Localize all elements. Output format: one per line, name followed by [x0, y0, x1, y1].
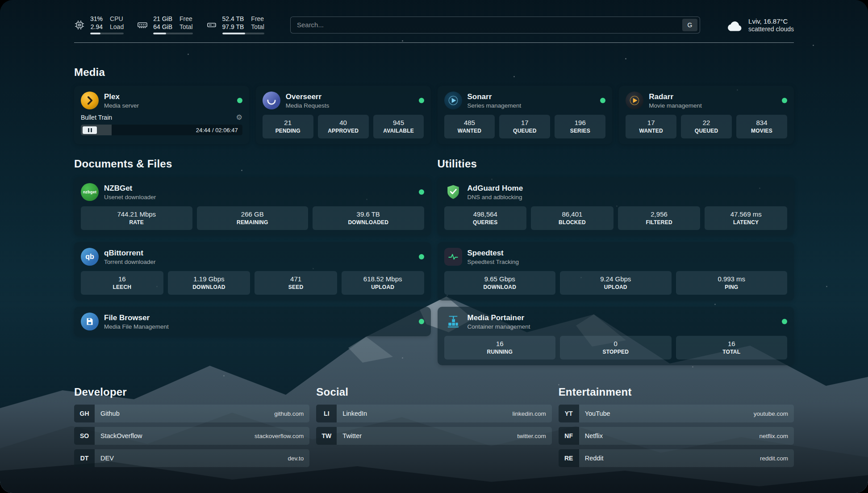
service-card-radarr[interactable]: Radarr Movie management 17 WANTED 22 QUE… [619, 86, 794, 144]
stat-value: 485 [447, 119, 492, 127]
now-playing-title: Bullet Train [81, 114, 112, 121]
stat-tile: 16 LEECH [81, 271, 163, 295]
stat-tile: 834 MOVIES [736, 115, 787, 138]
service-name: Plex [104, 92, 139, 101]
bookmark-url: reddit.com [760, 455, 788, 462]
stat-tile: 196 SERIES [555, 115, 605, 138]
bookmark-linkedin[interactable]: LI LinkedIn linkedin.com [316, 405, 551, 422]
stat-tile: 16 TOTAL [676, 336, 788, 359]
stat-tile: 40 APPROVED [318, 115, 369, 138]
bookmark-url: netflix.com [759, 433, 788, 439]
section-documents: Documents & Files nzbget NZBGet Usenet d… [74, 158, 431, 336]
memory-icon [137, 20, 148, 30]
service-name: AdGuard Home [467, 184, 523, 193]
search-input[interactable] [297, 21, 682, 29]
service-subtitle: Series management [467, 102, 522, 109]
service-card-speedtest[interactable]: Speedtest Speedtest Tracking 9.65 Gbps D… [438, 242, 794, 301]
memory-progress-track [153, 33, 192, 34]
stat-value: 9.24 Gbps [563, 275, 669, 283]
stat-value: 618.52 Mbps [344, 275, 421, 283]
bookmark-reddit[interactable]: RE Reddit reddit.com [559, 449, 794, 467]
section-utilities: Utilities [438, 158, 794, 365]
stat-value: 2,956 [621, 210, 698, 218]
service-subtitle: DNS and adblocking [467, 194, 523, 201]
stat-tile: 17 WANTED [626, 115, 676, 138]
status-dot [237, 98, 242, 103]
disk-label-top: Free [251, 15, 264, 23]
service-name: Speedtest [467, 248, 519, 258]
stat-value: 498,564 [447, 210, 524, 218]
search-box[interactable]: G [290, 17, 700, 33]
service-card-filebrowser[interactable]: File Browser Media File Management [74, 307, 431, 336]
service-subtitle: Usenet downloader [104, 194, 156, 201]
bookmark-abbr: LI [316, 405, 337, 422]
filebrowser-icon [81, 313, 99, 330]
service-name: Radarr [649, 92, 702, 101]
pause-button[interactable] [83, 126, 97, 134]
service-card-nzbget[interactable]: nzbget NZBGet Usenet downloader 744.21 M… [74, 177, 431, 236]
stat-tile: 2,956 FILTERED [618, 206, 701, 230]
weather-widget: Lviv, 16.87°C scattered clouds [726, 17, 794, 33]
stat-tile: 744.21 Mbps RATE [81, 206, 192, 230]
stat-value: 16 [83, 275, 161, 283]
stat-tile: 86,401 BLOCKED [531, 206, 613, 230]
stat-label: APPROVED [321, 128, 366, 134]
stat-label: LATENCY [707, 219, 785, 226]
bookmark-name: StackOverflow [100, 432, 142, 439]
stat-tile: 498,564 QUERIES [444, 206, 527, 230]
status-dot [419, 189, 424, 195]
stat-value: 196 [557, 119, 603, 127]
stat-label: PENDING [265, 128, 311, 134]
search-engine-button[interactable]: G [682, 19, 697, 31]
bookmark-url: stackoverflow.com [255, 433, 304, 439]
service-card-sonarr[interactable]: Sonarr Series management 485 WANTED 17 Q… [438, 86, 613, 144]
bookmark-url: linkedin.com [513, 410, 546, 417]
stat-value: 834 [739, 119, 785, 127]
bookmark-stackoverflow[interactable]: SO StackOverflow stackoverflow.com [74, 427, 309, 445]
stat-label: DOWNLOADED [315, 219, 421, 226]
stat-value: 47.569 ms [707, 210, 785, 218]
service-name: Sonarr [467, 92, 522, 101]
status-dot [600, 98, 605, 103]
service-card-portainer[interactable]: Media Portainer Container management 16 … [438, 307, 794, 365]
section-title-developer: Developer [74, 386, 309, 398]
stat-label: PING [679, 284, 785, 291]
stat-value: 471 [257, 275, 334, 283]
stat-label: UPLOAD [344, 284, 421, 291]
status-dot [419, 319, 424, 324]
cpu-percent: 31% [90, 15, 103, 23]
stat-value: 266 GB [200, 210, 306, 218]
bookmark-youtube[interactable]: YT YouTube youtube.com [559, 405, 794, 422]
stat-label: DOWNLOAD [171, 284, 248, 291]
service-card-adguard[interactable]: AdGuard Home DNS and adblocking 498,564 … [438, 177, 794, 236]
bookmark-name: LinkedIn [342, 410, 367, 417]
cpu-widget: 31% CPU 2.94 Load [74, 15, 124, 34]
bookmark-abbr: DT [74, 449, 95, 467]
nzbget-icon: nzbget [81, 183, 99, 201]
cpu-progress-track [90, 33, 124, 34]
playback-progress-bar[interactable]: 24:44 / 02:06:47 [81, 125, 242, 135]
service-card-plex[interactable]: Plex Media server Bullet Train ⚙ [74, 86, 249, 144]
stat-tile: 471 SEED [255, 271, 337, 295]
bookmark-twitter[interactable]: TW Twitter twitter.com [316, 427, 551, 445]
disk-progress-track [222, 33, 264, 34]
bookmark-github[interactable]: GH Github github.com [74, 405, 309, 422]
gear-icon[interactable]: ⚙ [236, 114, 242, 121]
bookmark-abbr: GH [74, 405, 95, 422]
stat-tile: 618.52 Mbps UPLOAD [342, 271, 424, 295]
stat-label: BLOCKED [534, 219, 611, 226]
stat-value: 0.993 ms [679, 275, 785, 283]
service-card-overseerr[interactable]: Overseerr Media Requests 21 PENDING 40 A… [256, 86, 431, 144]
bookmark-dev[interactable]: DT DEV dev.to [74, 449, 309, 467]
bookmark-url: youtube.com [754, 410, 788, 417]
cpu-label-bottom: Load [110, 23, 124, 31]
stat-tile: 0.993 ms PING [676, 271, 788, 295]
stat-label: QUERIES [447, 219, 524, 226]
bookmark-netflix[interactable]: NF Netflix netflix.com [559, 427, 794, 445]
stat-tile: 485 WANTED [444, 115, 495, 138]
disk-total: 97.9 TB [222, 23, 244, 31]
disk-progress-fill [222, 33, 245, 34]
service-card-qbittorrent[interactable]: qb qBittorrent Torrent downloader 16 [74, 242, 431, 301]
stat-value: 39.6 TB [315, 210, 421, 218]
memory-total: 64 GiB [153, 23, 172, 31]
